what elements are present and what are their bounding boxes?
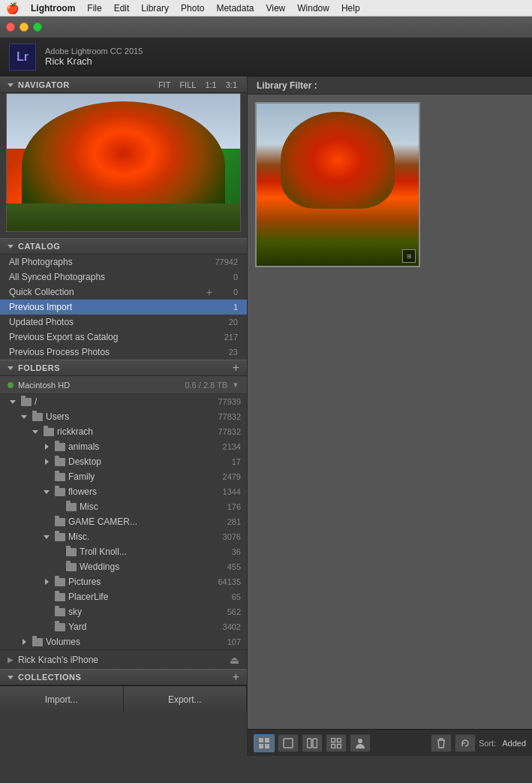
- compare-view-button[interactable]: [302, 734, 323, 752]
- iphone-item[interactable]: ▶ Rick Krach's iPhone ⏏: [0, 649, 247, 669]
- folder-count: 281: [215, 517, 241, 526]
- folder-count: 77939: [215, 397, 241, 406]
- folder-desktop[interactable]: Desktop 17: [0, 454, 247, 469]
- photo-grid[interactable]: ⊞: [248, 95, 532, 729]
- menu-library[interactable]: Library: [141, 3, 169, 14]
- folder-expand-icon[interactable]: [41, 532, 52, 542]
- export-button[interactable]: Export...: [124, 686, 248, 712]
- menu-metadata[interactable]: Metadata: [216, 3, 254, 14]
- folder-yard[interactable]: Yard 3402: [0, 619, 247, 634]
- svg-rect-10: [338, 744, 341, 748]
- collections-add-icon[interactable]: +: [233, 671, 239, 683]
- close-button[interactable]: [6, 23, 15, 32]
- folder-icon: [66, 503, 77, 511]
- menu-lightroom[interactable]: Lightroom: [31, 3, 75, 14]
- catalog-label: Updated Photos: [9, 317, 215, 327]
- folder-expand-icon[interactable]: [8, 396, 18, 407]
- folder-expand-icon[interactable]: [41, 577, 52, 587]
- folder-volumes[interactable]: Volumes 107: [0, 634, 247, 649]
- svg-rect-9: [332, 744, 335, 748]
- svg-rect-0: [259, 738, 263, 742]
- folder-weddings[interactable]: Weddings 455: [0, 559, 247, 574]
- folder-flowers[interactable]: flowers 1344: [0, 484, 247, 499]
- folder-no-expand: [41, 592, 52, 602]
- folder-troll-knoll[interactable]: Troll Knoll... 36: [0, 544, 247, 559]
- delete-button[interactable]: [431, 734, 452, 752]
- iphone-eject-icon[interactable]: ⏏: [230, 654, 239, 666]
- folder-name: Users: [46, 411, 215, 422]
- catalog-item-updated[interactable]: Updated Photos 20: [0, 315, 247, 330]
- folder-name: Weddings: [80, 562, 215, 572]
- folder-game-cam[interactable]: GAME CAMER... 281: [0, 514, 247, 529]
- folder-misc-flowers[interactable]: Misc 176: [0, 499, 247, 514]
- catalog-item-prev-process[interactable]: Previous Process Photos 23: [0, 345, 247, 360]
- catalog-item-all-photos[interactable]: All Photographs 77942: [0, 254, 247, 270]
- folder-no-expand: [41, 516, 52, 527]
- sort-value[interactable]: Added: [502, 739, 526, 748]
- menu-help[interactable]: Help: [341, 3, 360, 14]
- catalog-count: 0: [215, 273, 238, 282]
- folder-pictures[interactable]: Pictures 64135: [0, 574, 247, 589]
- folder-root[interactable]: / 77939: [0, 394, 247, 409]
- nav-3to1-btn[interactable]: 3:1: [224, 80, 239, 90]
- folder-no-expand: [41, 607, 52, 617]
- nav-1to1-btn[interactable]: 1:1: [203, 80, 218, 90]
- maximize-button[interactable]: [33, 23, 42, 32]
- folders-add-icon[interactable]: +: [233, 362, 239, 374]
- folder-expand-icon[interactable]: [19, 411, 29, 422]
- folder-icon: [55, 578, 65, 586]
- folder-users[interactable]: Users 77832: [0, 409, 247, 424]
- folder-rickkrach[interactable]: rickkrach 77832: [0, 424, 247, 439]
- import-button[interactable]: Import...: [0, 686, 124, 712]
- catalog-item-synced[interactable]: All Synced Photographs 0: [0, 270, 247, 285]
- folder-expand-icon[interactable]: [41, 486, 52, 497]
- nav-fit-btn[interactable]: FIT: [156, 80, 173, 90]
- drive-menu-icon[interactable]: ▼: [232, 381, 239, 389]
- menu-window[interactable]: Window: [297, 3, 329, 14]
- window-controls[interactable]: [6, 23, 42, 32]
- folder-expand-icon[interactable]: [19, 637, 29, 647]
- folder-family[interactable]: Family 2479: [0, 469, 247, 484]
- navigator-image[interactable]: [6, 93, 241, 232]
- drive-item[interactable]: Macintosh HD 0.6 / 2.8 TB ▼: [0, 376, 247, 394]
- photo-badge-icon: ⊞: [407, 253, 412, 260]
- menu-file[interactable]: File: [87, 3, 101, 14]
- folder-expand-icon[interactable]: [30, 426, 41, 437]
- catalog-title: Catalog: [18, 242, 239, 251]
- folder-name: Pictures: [68, 577, 215, 587]
- minimize-button[interactable]: [20, 23, 29, 32]
- folder-sky[interactable]: sky 562: [0, 604, 247, 619]
- apple-menu[interactable]: 🍎: [6, 2, 19, 14]
- rotate-button[interactable]: [455, 734, 476, 752]
- folder-count: 36: [215, 547, 241, 556]
- survey-view-button[interactable]: [326, 734, 347, 752]
- app-name-label: Adobe Lightroom CC 2015: [45, 47, 143, 56]
- folders-toggle-icon: [8, 366, 14, 370]
- catalog-item-quick[interactable]: Quick Collection + 0: [0, 285, 247, 300]
- loupe-view-button[interactable]: [278, 734, 299, 752]
- folder-name: flowers: [68, 486, 215, 497]
- folders-section-header[interactable]: Folders +: [0, 360, 247, 376]
- folder-name: animals: [68, 441, 215, 452]
- iphone-arrow-icon: ▶: [8, 655, 14, 664]
- menu-edit[interactable]: Edit: [114, 3, 130, 14]
- nav-fill-btn[interactable]: FILL: [177, 80, 198, 90]
- collections-section-header[interactable]: Collections +: [0, 669, 247, 685]
- photo-cell[interactable]: ⊞: [255, 102, 420, 267]
- menu-photo[interactable]: Photo: [181, 3, 204, 14]
- folder-animals[interactable]: animals 2134: [0, 439, 247, 454]
- catalog-item-prev-import[interactable]: Previous Import 1: [0, 300, 247, 315]
- folder-misc[interactable]: Misc. 3076: [0, 529, 247, 544]
- folder-placerlife[interactable]: PlacerLife 65: [0, 589, 247, 604]
- catalog-item-prev-export[interactable]: Previous Export as Catalog 217: [0, 330, 247, 345]
- folder-icon: [55, 488, 65, 496]
- people-view-button[interactable]: [350, 734, 371, 752]
- navigator-section-header[interactable]: Navigator FIT FILL 1:1 3:1: [0, 77, 247, 93]
- folder-expand-icon[interactable]: [41, 441, 52, 452]
- catalog-section-header[interactable]: Catalog: [0, 238, 247, 254]
- grid-view-button[interactable]: [254, 734, 275, 752]
- menu-view[interactable]: View: [266, 3, 285, 14]
- lr-logo: Lr: [9, 44, 36, 71]
- folder-expand-icon[interactable]: [41, 456, 52, 467]
- folder-count: 562: [215, 607, 241, 616]
